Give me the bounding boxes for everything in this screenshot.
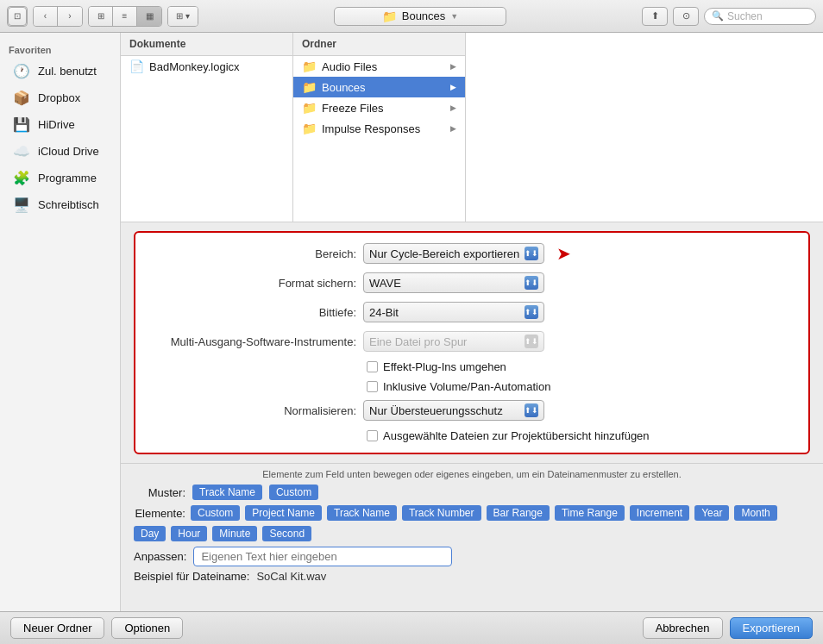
inklusive-checkbox[interactable] — [367, 381, 378, 392]
element-tag-trackname[interactable]: Track Name — [327, 505, 397, 521]
effekt-label: Effekt-Plug-Ins umgehen — [383, 360, 506, 373]
bereich-select[interactable]: Nur Cycle-Bereich exportieren ⬆⬇ — [363, 243, 544, 264]
column-header-dokumente: Dokumente — [121, 33, 292, 56]
folder-name-bounces: Bounces — [322, 81, 366, 94]
element-tag-projectname[interactable]: Project Name — [245, 505, 322, 521]
inklusive-row: Inklusive Volume/Pan-Automation — [149, 380, 795, 393]
element-tag-month[interactable]: Month — [734, 505, 776, 521]
sidebar-label-dropbox: Dropbox — [38, 91, 80, 104]
folder-arrow-impulse: ▶ — [450, 124, 456, 133]
element-tag-tracknumber[interactable]: Track Number — [402, 505, 481, 521]
win-btn-square[interactable]: ⊡ — [8, 7, 27, 26]
new-folder-button[interactable]: Neuer Ordner — [10, 617, 104, 639]
elemente-label: Elemente: — [134, 507, 185, 520]
folder-item-audio[interactable]: 📁 Audio Files ▶ — [293, 56, 465, 77]
forward-button[interactable]: › — [58, 7, 82, 26]
elemente-row: Elemente: Custom Project Name Track Name… — [134, 505, 810, 541]
view-mode-group: ⊞ ≡ ▦ — [88, 6, 162, 27]
element-tag-hour[interactable]: Hour — [171, 526, 207, 541]
normalisieren-select[interactable]: Nur Übersteuerungsschutz ⬆⬇ — [363, 400, 544, 421]
bittiefe-select[interactable]: 24-Bit ⬆⬇ — [363, 302, 544, 322]
tags-button[interactable]: ⊙ — [673, 7, 699, 26]
file-column-dokumente: Dokumente 📄 BadMonkey.logicx — [121, 33, 293, 222]
format-label: Format sichern: — [149, 277, 356, 290]
sidebar-item-dropbox[interactable]: 📦 Dropbox — [3, 84, 116, 110]
multi-label: Multi-Ausgang-Software-Instrumente: — [149, 335, 356, 348]
format-select-arrow: ⬆⬇ — [525, 276, 538, 290]
folder-nav-icon: 📁 — [382, 9, 397, 23]
muster-tag-trackname[interactable]: Track Name — [192, 485, 262, 500]
effekt-checkbox[interactable] — [367, 361, 378, 372]
main-area: Favoriten 🕐 Zul. benutzt 📦 Dropbox 💾 HiD… — [0, 33, 823, 611]
anpassen-label: Anpassen: — [134, 550, 186, 563]
element-tag-timerange[interactable]: Time Range — [555, 505, 625, 521]
red-arrow-indicator: ➤ — [556, 243, 571, 264]
folder-icon-bounces: 📁 — [302, 80, 317, 94]
search-box: 🔍 Suchen — [704, 8, 816, 25]
search-placeholder[interactable]: Suchen — [727, 10, 763, 22]
sidebar-icon-hidrive: 💾 — [12, 115, 31, 134]
element-tag-second[interactable]: Second — [262, 526, 311, 541]
search-icon: 🔍 — [712, 10, 724, 22]
folder-arrow-freeze: ▶ — [450, 103, 456, 112]
normalisieren-label: Normalisieren: — [149, 404, 356, 417]
folder-name-audio: Audio Files — [322, 60, 377, 73]
element-tag-custom[interactable]: Custom — [191, 505, 240, 521]
element-tag-year[interactable]: Year — [694, 505, 729, 521]
sidebar-icon-dropbox: 📦 — [12, 88, 31, 107]
sidebar-label-programme: Programme — [38, 172, 97, 184]
file-column-ordner: Ordner 📁 Audio Files ▶ 📁 Bounces ▶ 📁 Fre… — [293, 33, 466, 222]
format-select[interactable]: WAVE ⬆⬇ — [363, 272, 544, 293]
multi-select-value: Eine Datei pro Spur — [369, 335, 519, 348]
nav-buttons: ‹ › — [33, 6, 83, 27]
folder-arrow-bounces: ▶ — [450, 83, 456, 91]
view-icon-btn[interactable]: ⊞ — [89, 7, 113, 26]
multi-row: Multi-Ausgang-Software-Instrumente: Eine… — [149, 331, 795, 352]
share-button[interactable]: ⬆ — [642, 7, 668, 26]
folder-item-impulse[interactable]: 📁 Impulse Responses ▶ — [293, 118, 465, 139]
sidebar-label-zuletzt: Zul. benutzt — [38, 65, 97, 78]
arrange-btn[interactable]: ⊞ ▾ — [168, 7, 198, 26]
export-options-panel: Bereich: Nur Cycle-Bereich exportieren ⬆… — [134, 231, 810, 454]
multi-select: Eine Datei pro Spur ⬆⬇ — [363, 331, 544, 352]
export-button[interactable]: Exportieren — [730, 617, 813, 639]
folder-icon-freeze: 📁 — [302, 101, 317, 115]
folder-nav[interactable]: 📁 Bounces ▼ — [334, 7, 506, 26]
muster-row: Muster: Track Name Custom — [134, 485, 810, 500]
sidebar-icon-schreibtisch: 🖥️ — [12, 195, 31, 214]
element-tag-increment[interactable]: Increment — [630, 505, 689, 521]
anpassen-row: Anpassen: — [134, 547, 810, 566]
file-column-content — [466, 33, 823, 222]
folder-icon-audio: 📁 — [302, 59, 317, 73]
sidebar-section-label: Favoriten — [0, 41, 120, 57]
bereich-select-value: Nur Cycle-Bereich exportieren — [369, 247, 519, 260]
folder-icon-impulse: 📁 — [302, 122, 317, 135]
footer: Neuer Ordner Optionen Abbrechen Exportie… — [0, 611, 823, 644]
element-tag-day[interactable]: Day — [134, 526, 166, 541]
sidebar-item-zuletzt[interactable]: 🕐 Zul. benutzt — [3, 58, 116, 84]
view-columns-btn[interactable]: ▦ — [137, 7, 161, 26]
back-button[interactable]: ‹ — [34, 7, 58, 26]
file-browser: Dokumente 📄 BadMonkey.logicx Ordner 📁 Au… — [121, 33, 823, 222]
anpassen-input[interactable] — [193, 547, 452, 566]
folder-item-bounces[interactable]: 📁 Bounces ▶ — [293, 77, 465, 97]
sidebar-label-hidrive: HiDrive — [38, 118, 75, 131]
muster-tag-custom[interactable]: Custom — [269, 485, 318, 500]
options-button[interactable]: Optionen — [111, 617, 183, 639]
sidebar-item-schreibtisch[interactable]: 🖥️ Schreibtisch — [3, 191, 116, 217]
folder-item-freeze[interactable]: 📁 Freeze Files ▶ — [293, 97, 465, 118]
sidebar-item-hidrive[interactable]: 💾 HiDrive — [3, 111, 116, 137]
element-tag-minute[interactable]: Minute — [212, 526, 257, 541]
view-list-btn[interactable]: ≡ — [113, 7, 137, 26]
sidebar-item-programme[interactable]: 🧩 Programme — [3, 165, 116, 191]
muster-label: Muster: — [134, 486, 185, 499]
element-tag-barrange[interactable]: Bar Range — [487, 505, 550, 521]
titlebar-left: ⊡ ‹ › ⊞ ≡ ▦ ⊞ ▾ — [7, 6, 198, 27]
file-panel: Dokumente 📄 BadMonkey.logicx Ordner 📁 Au… — [121, 33, 823, 611]
cancel-button[interactable]: Abbrechen — [643, 617, 723, 639]
ausgewaehlt-checkbox[interactable] — [367, 430, 378, 441]
sidebar-item-icloud[interactable]: ☁️ iCloud Drive — [3, 138, 116, 164]
hint-text: Elemente zum Feld unten bewegen oder eig… — [134, 469, 810, 479]
arrange-group: ⊞ ▾ — [167, 6, 198, 27]
file-item-badmonkey[interactable]: 📄 BadMonkey.logicx — [121, 56, 292, 77]
